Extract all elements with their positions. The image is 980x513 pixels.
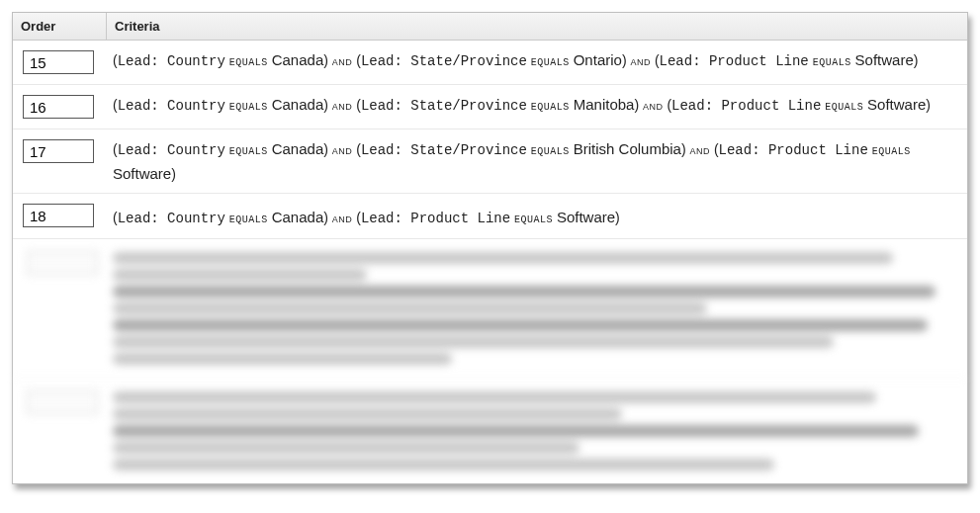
value-product: Software bbox=[855, 51, 914, 68]
field-product: Lead: Product Line bbox=[660, 53, 809, 69]
value-state: Ontario bbox=[574, 51, 622, 68]
operator-and: and bbox=[332, 211, 353, 225]
value-country: Canada bbox=[272, 51, 324, 68]
operator-and: and bbox=[689, 142, 710, 157]
order-input[interactable] bbox=[23, 95, 94, 119]
field-country: Lead: Country bbox=[118, 98, 225, 114]
operator-and: and bbox=[630, 53, 651, 68]
field-product: Lead: Product Line bbox=[719, 142, 868, 158]
operator-equals: equals bbox=[229, 98, 268, 114]
rules-table: Order Criteria (Lead: Country equals Can… bbox=[12, 12, 968, 484]
criteria-cell: (Lead: Country equals Canada) and (Lead:… bbox=[113, 137, 961, 185]
value-country: Canada bbox=[272, 96, 324, 113]
operator-equals: equals bbox=[872, 142, 911, 158]
operator-and: and bbox=[332, 142, 353, 157]
value-product: Software bbox=[557, 209, 615, 225]
field-country: Lead: Country bbox=[118, 53, 225, 69]
value-product: Software bbox=[113, 165, 171, 182]
operator-equals: equals bbox=[229, 53, 268, 69]
operator-equals: equals bbox=[514, 211, 553, 226]
value-country: Canada bbox=[272, 209, 324, 225]
field-country: Lead: Country bbox=[118, 142, 225, 158]
operator-equals: equals bbox=[229, 211, 268, 226]
order-input[interactable] bbox=[23, 139, 94, 163]
operator-and: and bbox=[643, 98, 664, 113]
order-input[interactable] bbox=[23, 204, 94, 227]
order-cell bbox=[19, 48, 113, 76]
operator-equals: equals bbox=[813, 53, 851, 69]
field-state: Lead: State/Province bbox=[361, 98, 527, 114]
operator-equals: equals bbox=[531, 98, 570, 114]
table-row: (Lead: Country equals Canada) and (Lead:… bbox=[13, 41, 967, 85]
order-input[interactable] bbox=[23, 50, 94, 74]
field-product: Lead: Product Line bbox=[671, 98, 821, 114]
operator-equals: equals bbox=[531, 53, 570, 69]
operator-equals: equals bbox=[229, 142, 268, 158]
operator-and: and bbox=[332, 98, 353, 113]
criteria-cell: (Lead: Country equals Canada) and (Lead:… bbox=[113, 93, 961, 118]
operator-equals: equals bbox=[531, 142, 570, 158]
order-cell bbox=[19, 93, 113, 121]
redacted-row bbox=[13, 239, 967, 379]
value-country: Canada bbox=[272, 140, 324, 157]
value-state: Manitoba bbox=[574, 96, 635, 113]
table-row: (Lead: Country equals Canada) and (Lead:… bbox=[13, 85, 967, 129]
table-row: (Lead: Country equals Canada) and (Lead:… bbox=[13, 194, 967, 239]
field-state: Lead: State/Province bbox=[361, 53, 527, 69]
table-header: Order Criteria bbox=[13, 13, 967, 41]
field-state: Lead: State/Province bbox=[361, 142, 527, 158]
table-row: (Lead: Country equals Canada) and (Lead:… bbox=[13, 129, 967, 194]
field-product: Lead: Product Line bbox=[361, 211, 510, 226]
field-country: Lead: Country bbox=[118, 211, 225, 226]
order-cell bbox=[19, 137, 113, 165]
criteria-cell: (Lead: Country equals Canada) and (Lead:… bbox=[113, 202, 961, 230]
value-product: Software bbox=[867, 96, 926, 113]
redacted-row bbox=[13, 379, 967, 483]
operator-equals: equals bbox=[825, 98, 863, 114]
order-cell bbox=[19, 202, 113, 229]
criteria-cell: (Lead: Country equals Canada) and (Lead:… bbox=[113, 48, 961, 73]
redacted-input bbox=[27, 390, 98, 414]
value-state: British Columbia bbox=[574, 140, 681, 157]
column-header-criteria: Criteria bbox=[107, 13, 967, 40]
column-header-order: Order bbox=[13, 13, 107, 40]
operator-and: and bbox=[332, 53, 353, 68]
redacted-input bbox=[27, 251, 98, 275]
